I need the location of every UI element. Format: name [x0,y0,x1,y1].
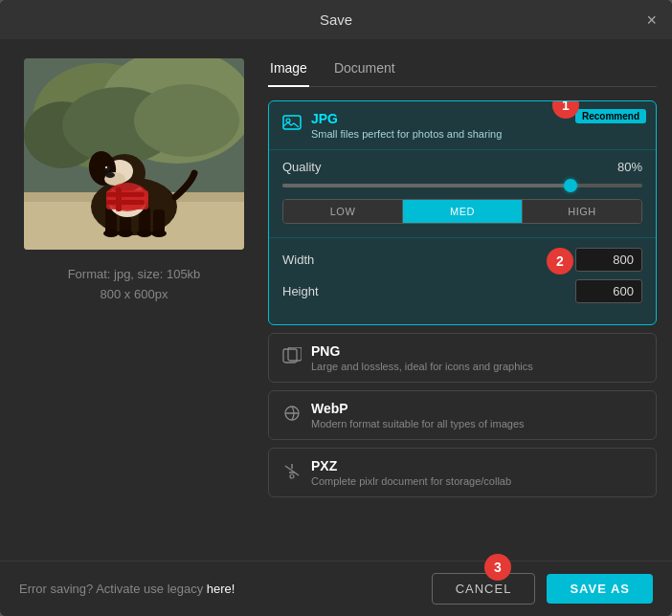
format-name-png: PNG [311,343,642,359]
height-label: Height [282,284,319,298]
left-panel: Format: jpg, size: 105kb 800 x 600px [0,39,268,561]
quality-buttons: LOW MED HIGH [282,199,642,224]
image-preview [24,58,244,250]
webp-icon [282,405,302,427]
tab-image[interactable]: Image [268,55,309,87]
jpg-icon [282,115,302,137]
close-button[interactable]: × [646,11,657,29]
format-card-png[interactable]: PNG Large and lossless, ideal for icons … [268,333,657,383]
format-header-webp: WebP Modern format suitable for all type… [269,391,656,439]
format-header-pxz: PXZ Complete pixlr document for storage/… [269,449,656,496]
svg-point-23 [104,165,110,171]
svg-point-24 [105,166,107,168]
image-dimensions: 800 x 600px [68,285,201,305]
quality-btn-high[interactable]: HIGH [523,200,641,223]
format-header-png: PNG Large and lossless, ideal for icons … [269,334,656,382]
error-message: Error saving? Activate use legacy here! [19,582,235,596]
dialog-title: Save [320,11,352,28]
quality-label: Quality [282,160,321,174]
svg-rect-27 [116,187,122,211]
format-info-png: PNG Large and lossless, ideal for icons … [311,343,642,372]
svg-point-15 [137,230,152,237]
height-row: Height [282,279,642,303]
format-card-jpg[interactable]: 1 JPG Small files perfect for photos and [268,100,657,325]
quality-row: Quality 80% [282,160,642,174]
quality-btn-med[interactable]: MED [403,200,523,223]
svg-rect-28 [106,192,145,197]
format-desc-webp: Modern format suitable for all types of … [311,418,642,429]
right-panel: Image Document 1 [268,39,672,561]
width-label: Width [282,253,314,267]
quality-section: Quality 80% LOW MED HIGH [269,149,656,237]
format-desc-png: Large and lossless, ideal for icons and … [311,361,642,372]
dialog-footer: Error saving? Activate use legacy here! … [0,561,672,616]
format-card-pxz[interactable]: PXZ Complete pixlr document for storage/… [268,448,657,497]
svg-point-14 [118,230,133,237]
svg-point-22 [105,172,115,178]
hint-2: 2 [547,248,573,275]
format-name-webp: WebP [311,401,642,416]
width-row: Width [282,248,642,272]
format-name-pxz: PXZ [311,458,642,473]
format-info-webp: WebP Modern format suitable for all type… [311,401,642,429]
cancel-button[interactable]: CANCEL [432,573,536,605]
quality-slider[interactable] [282,184,642,187]
image-info: Format: jpg, size: 105kb 800 x 600px [68,265,201,305]
save-as-button[interactable]: SAVE AS [547,574,653,604]
format-desc-jpg: Small files perfect for photos and shari… [311,128,642,140]
format-card-webp[interactable]: WebP Modern format suitable for all type… [268,390,657,440]
quality-btn-low[interactable]: LOW [283,200,403,223]
image-format-size: Format: jpg, size: 105kb [68,265,201,285]
hint-3: 3 [484,554,511,581]
width-input[interactable] [575,248,642,272]
slider-thumb[interactable] [564,179,577,192]
format-info-pxz: PXZ Complete pixlr document for storage/… [311,458,642,487]
format-desc-pxz: Complete pixlr document for storage/coll… [311,475,642,487]
format-header-jpg: JPG Small files perfect for photos and s… [269,101,656,149]
tabs: Image Document [268,55,657,87]
save-dialog: Save × [0,0,672,616]
svg-point-16 [151,230,167,237]
svg-point-38 [290,474,294,478]
dialog-header: Save × [0,0,672,39]
recommend-badge: Recommend [575,109,646,123]
dimensions-section: 2 Width Height [269,237,656,324]
png-icon [282,347,302,369]
svg-rect-29 [106,200,145,205]
slider-fill [282,184,571,187]
svg-point-13 [103,230,119,237]
dialog-body: Format: jpg, size: 105kb 800 x 600px Ima… [0,39,672,561]
footer-buttons: 3 CANCEL SAVE AS [432,573,653,605]
height-input[interactable] [575,279,642,303]
quality-value: 80% [617,160,642,174]
svg-point-5 [134,84,239,157]
legacy-link[interactable]: here! [207,582,235,596]
pxz-icon [282,462,302,484]
tab-document[interactable]: Document [332,55,397,87]
dog-image [24,58,244,250]
slider-track [282,184,642,187]
